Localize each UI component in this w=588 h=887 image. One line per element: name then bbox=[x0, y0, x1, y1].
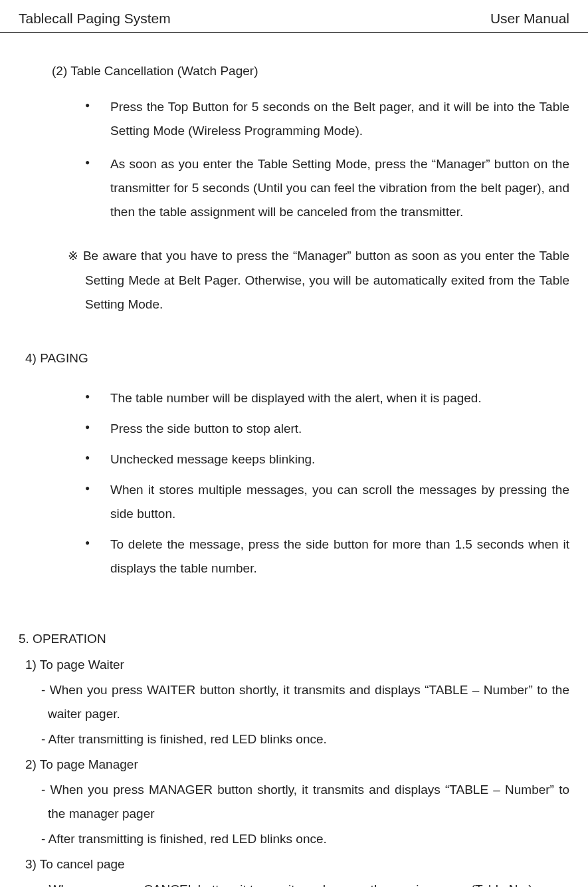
bullet-item: Unchecked message keeps blinking. bbox=[85, 447, 569, 471]
page-header: Tablecall Paging System User Manual bbox=[0, 0, 588, 33]
bullet-item: Press the Top Button for 5 seconds on th… bbox=[85, 95, 569, 143]
section-4-bullets: The table number will be displayed with … bbox=[85, 386, 569, 581]
operation-line: - After transmitting is finished, red LE… bbox=[32, 727, 569, 751]
section-2-note: ※ Be aware that you have to press the “M… bbox=[45, 244, 569, 316]
section-2-title: (2) Table Cancellation (Watch Pager) bbox=[52, 59, 569, 83]
header-right: User Manual bbox=[490, 5, 569, 32]
operation-sub-1: 1) To page Waiter bbox=[25, 653, 569, 677]
bullet-item: Press the side button to stop alert. bbox=[85, 417, 569, 441]
operation-sub-2: 2) To page Manager bbox=[25, 753, 569, 777]
operation-sub-3: 3) To cancel page bbox=[25, 852, 569, 876]
operation-line: - When you press CANCEL button, it trans… bbox=[32, 878, 569, 887]
bullet-item: When it stores multiple messages, you ca… bbox=[85, 478, 569, 526]
bullet-item: To delete the message, press the side bu… bbox=[85, 533, 569, 580]
header-left: Tablecall Paging System bbox=[19, 5, 171, 32]
operation-line: - When you press WAITER button shortly, … bbox=[32, 678, 569, 726]
bullet-item: As soon as you enter the Table Setting M… bbox=[85, 152, 569, 224]
section-2-bullets: Press the Top Button for 5 seconds on th… bbox=[85, 95, 569, 224]
section-4-title: 4) PAGING bbox=[25, 346, 569, 370]
operation-line: - When you press MANAGER button shortly,… bbox=[32, 778, 569, 826]
operation-line: - After transmitting is finished, red LE… bbox=[32, 827, 569, 851]
bullet-item: The table number will be displayed with … bbox=[85, 386, 569, 410]
page-content: (2) Table Cancellation (Watch Pager) Pre… bbox=[0, 33, 588, 887]
operation-title: 5. OPERATION bbox=[19, 627, 569, 651]
